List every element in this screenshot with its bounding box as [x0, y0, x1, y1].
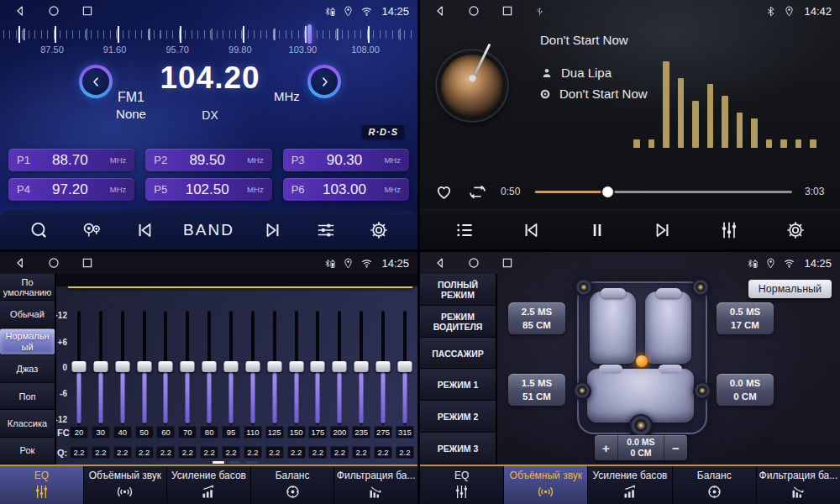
eq-slider-thumb[interactable] [137, 361, 151, 372]
eq-slider-thumb[interactable] [245, 361, 260, 372]
radio-audio-settings-button[interactable] [312, 214, 340, 246]
eq-preset-item[interactable]: Рок [0, 438, 55, 465]
radio-preset-p5-button[interactable]: P5102.50MHz [145, 178, 271, 201]
seek-bar[interactable] [535, 191, 792, 193]
surround-mode-item[interactable]: РЕЖИМ 1 [420, 369, 496, 401]
surround-tab-filter[interactable]: Фильтрация ба... [757, 466, 840, 504]
eq-preset-item[interactable]: Джаз [0, 355, 55, 382]
player-previous-button[interactable] [517, 214, 545, 246]
rear-left-speaker-icon [573, 382, 591, 401]
surround-mode-item[interactable]: РЕЖИМ 2 [420, 401, 496, 433]
sound-profile-button[interactable]: Нормальный [748, 280, 832, 298]
subwoofer-delay-value: 0.0 MS 0 CM [618, 435, 664, 460]
eq-slider-thumb[interactable] [115, 361, 129, 372]
eq-slider-thumb[interactable] [181, 361, 195, 372]
eq-band-column [308, 309, 327, 427]
eq-tab-balance[interactable]: Баланс [251, 466, 335, 504]
nav-home-icon[interactable] [47, 4, 60, 18]
nav-back-icon[interactable] [13, 4, 27, 18]
nav-home-icon[interactable] [467, 4, 480, 18]
eq-slider-thumb[interactable] [376, 361, 391, 372]
filter-icon [790, 483, 807, 501]
nav-home-icon[interactable] [467, 256, 480, 270]
eq-page-indicator[interactable] [229, 461, 241, 464]
eq-tab-surround[interactable]: Объёмный звук [84, 466, 168, 504]
radio-preset-p2-button[interactable]: P289.50MHz [145, 149, 271, 171]
eq-slider-thumb[interactable] [397, 361, 412, 372]
eq-tab-eq[interactable]: EQ [0, 466, 84, 504]
eq-slider-thumb[interactable] [311, 361, 325, 372]
surround-mode-item[interactable]: ПАССАЖИР [420, 338, 496, 370]
surround-tab-surround[interactable]: Объёмный звук [504, 466, 588, 504]
eq-page-indicator[interactable] [246, 461, 258, 464]
eq-slider-thumb[interactable] [267, 361, 281, 372]
delay-increase-button[interactable]: + [595, 435, 618, 460]
eq-slider-thumb[interactable] [159, 361, 173, 372]
eq-preset-item[interactable]: Классика [0, 410, 55, 437]
nav-back-icon[interactable] [13, 256, 27, 270]
eq-page-indicator[interactable] [213, 461, 224, 464]
eq-preset-item[interactable]: Поп [0, 383, 55, 410]
fc-value: 70 [178, 426, 197, 438]
listener-position-dot[interactable] [636, 355, 648, 367]
radio-preset-p4-button[interactable]: P497.20MHz [8, 178, 134, 201]
tuning-dial[interactable]: 87.5091.6095.7099.80103.90108.00 [0, 23, 417, 55]
player-next-button[interactable] [648, 214, 677, 246]
eq-tab-bass[interactable]: Усиление басов [167, 466, 251, 504]
eq-preset-item[interactable]: По умолчанию [0, 274, 55, 301]
nav-recents-icon[interactable] [81, 256, 94, 270]
radio-preset-p6-button[interactable]: P6103.00MHz [283, 178, 409, 201]
eq-slider-thumb[interactable] [224, 361, 239, 372]
nav-recents-icon[interactable] [501, 256, 514, 270]
nav-recents-icon[interactable] [81, 4, 94, 18]
player-playlist-button[interactable] [450, 214, 479, 246]
eq-slider-thumb[interactable] [333, 361, 347, 372]
player-settings-button[interactable] [781, 214, 810, 246]
eq-icon [453, 483, 470, 501]
eq-slider-thumb[interactable] [72, 361, 87, 372]
player-audio-settings-button[interactable] [715, 214, 743, 246]
surround-tab-eq[interactable]: EQ [420, 466, 504, 504]
radio-scan-button[interactable] [24, 214, 53, 246]
seek-bar-thumb[interactable] [602, 186, 613, 197]
delay-front-right-button[interactable]: 0.5 MS17 CM [717, 302, 774, 334]
favorite-icon[interactable] [433, 181, 454, 202]
surround-mode-item[interactable]: РЕЖИМ 3 [420, 433, 496, 465]
eq-slider-thumb[interactable] [202, 361, 217, 372]
vsliders-icon [718, 219, 740, 241]
eq-slider-thumb[interactable] [289, 361, 303, 372]
repeat-icon[interactable] [467, 181, 488, 202]
eq-preset-item[interactable]: Нормальный [0, 328, 55, 355]
mode-label: ПОЛНЫЙ РЕЖИМ [423, 280, 493, 300]
radio-preset-p1-button[interactable]: P188.70MHz [8, 149, 134, 171]
dx-mode-indicator[interactable]: DX [191, 108, 229, 122]
delay-front-left-button[interactable]: 2.5 MS85 CM [508, 302, 565, 334]
delay-decrease-button[interactable]: − [664, 435, 687, 460]
radio-seek-down-button[interactable] [130, 214, 159, 246]
surround-tab-bass[interactable]: Усиление басов [588, 466, 672, 504]
artist-icon [540, 66, 554, 80]
surround-tab-balance[interactable]: Баланс [673, 466, 757, 504]
radio-seek-up-button[interactable] [259, 214, 287, 246]
band-button-label: BAND [183, 221, 234, 239]
eq-preset-item[interactable]: Обычай [0, 301, 55, 328]
fc-cell: 175 [308, 426, 327, 438]
delay-rear-left-button[interactable]: 1.5 MS51 CM [508, 374, 565, 406]
nav-back-icon[interactable] [433, 256, 447, 270]
eq-tab-filter[interactable]: Фильтрация ба... [334, 466, 417, 504]
radio-stations-button[interactable] [77, 214, 106, 246]
delay-rear-right-button[interactable]: 0.0 MS0 CM [717, 374, 774, 406]
surround-mode-item[interactable]: РЕЖИМ ВОДИТЕЛЯ [420, 306, 496, 338]
radio-preset-p3-button[interactable]: P390.30MHz [283, 149, 409, 171]
nav-recents-icon[interactable] [501, 4, 514, 18]
tune-up-button[interactable] [307, 65, 341, 98]
nav-home-icon[interactable] [47, 256, 60, 270]
radio-settings-button[interactable] [365, 214, 393, 246]
eq-slider-thumb[interactable] [93, 361, 108, 372]
radio-band-button[interactable]: BAND [183, 214, 234, 246]
surround-mode-item[interactable]: ПОЛНЫЙ РЕЖИМ [420, 274, 496, 306]
eq-band-column [178, 309, 197, 427]
player-pause-button[interactable] [583, 214, 612, 246]
eq-slider-thumb[interactable] [354, 361, 369, 372]
nav-back-icon[interactable] [433, 4, 447, 18]
